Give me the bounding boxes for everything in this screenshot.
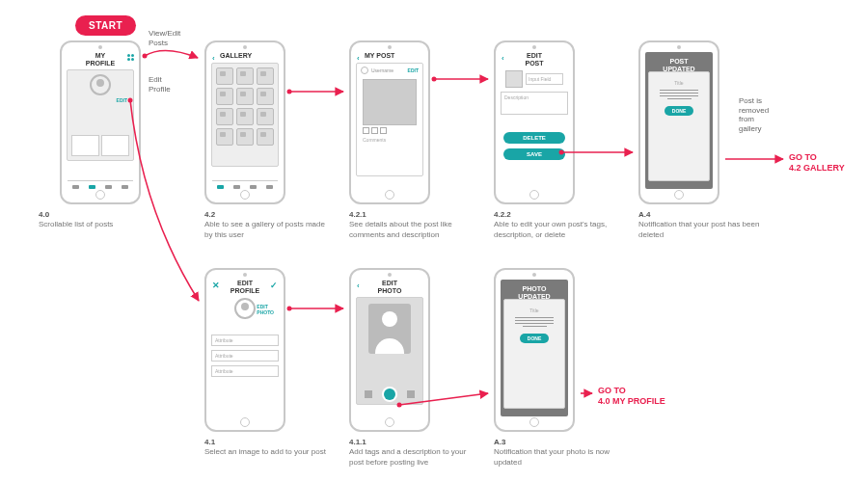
tab-bar[interactable]	[68, 180, 133, 190]
right-control-icon[interactable]	[407, 390, 415, 398]
screen-my-profile: MY PROFILE EDIT	[60, 40, 141, 204]
attribute-field-2[interactable]: Attribute	[211, 350, 279, 362]
screen-title: MY POST	[351, 52, 428, 60]
svg-point-2	[287, 90, 292, 94]
label-view-edit-posts: View/Edit Posts	[149, 29, 180, 47]
screen-title: EDIT PHOTO	[351, 280, 428, 294]
photo-placeholder	[368, 304, 411, 354]
close-icon[interactable]: ✕	[212, 281, 220, 290]
thumbnail	[505, 70, 523, 88]
done-button[interactable]: DONE	[520, 334, 549, 343]
confirmation-modal: Title DONE	[503, 299, 565, 409]
comments-label: Comments	[363, 137, 417, 143]
screen-photo-updated: PHOTO UPDATED Title DONE	[494, 268, 575, 432]
save-button[interactable]: SAVE	[503, 148, 565, 160]
caption-4-2-2: 4.2.2Able to edit your own post's tags, …	[494, 210, 619, 240]
back-icon[interactable]: ‹	[212, 54, 215, 63]
post-image	[363, 79, 417, 125]
goto-gallery: GO TO 4.2 GALLERY	[789, 152, 845, 174]
avatar	[90, 74, 111, 95]
svg-point-5	[287, 307, 292, 311]
left-control-icon[interactable]	[365, 390, 372, 398]
goto-profile: GO TO 4.0 MY PROFILE	[598, 386, 665, 407]
check-icon[interactable]: ✓	[270, 281, 278, 290]
back-icon[interactable]: ‹	[502, 54, 504, 63]
attribute-field-1[interactable]: Attribute	[211, 335, 279, 346]
edit-post-link[interactable]: EDIT	[408, 67, 419, 73]
screen-title: EDIT POST	[496, 52, 573, 67]
caption-4-2-1: 4.2.1See details about the post like com…	[349, 210, 475, 240]
screen-edit-profile: ✕ ✓ EDIT PROFILE EDIT PHOTO Attribute At…	[204, 268, 285, 432]
gallery-grid[interactable]	[212, 64, 278, 149]
avatar	[234, 298, 256, 319]
post-actions[interactable]	[363, 127, 417, 134]
username-label: Username	[371, 67, 393, 73]
screen-edit-photo: ‹ EDIT PHOTO	[349, 268, 430, 432]
capture-button[interactable]	[384, 388, 395, 400]
tab-bar[interactable]	[212, 180, 278, 190]
edit-profile-link[interactable]: EDIT	[117, 97, 127, 103]
start-badge: START	[75, 15, 136, 36]
screen-edit-post: ‹ EDIT POST Input Field Description DELE…	[494, 40, 575, 204]
modal-title: Title	[529, 308, 538, 313]
label-edit-profile: Edit Profile	[149, 75, 171, 94]
avatar-icon	[361, 67, 368, 74]
screen-title: GALLERY	[206, 52, 284, 60]
caption-a-3: A.3Notification that your photo is now u…	[494, 438, 619, 468]
caption-a-4: A.4Notification that your post has been …	[638, 210, 764, 240]
back-icon[interactable]: ‹	[357, 54, 360, 63]
caption-4-0: 4.0Scrollable list of posts	[39, 210, 154, 230]
screen-post-updated: POST UPDATED Title DONE	[638, 40, 719, 204]
caption-4-1: 4.1Select an image to add to your post	[204, 438, 330, 458]
caption-4-1-1: 4.1.1Add tags and a description to your …	[349, 438, 475, 468]
svg-point-0	[143, 54, 148, 59]
attribute-field-3[interactable]: Attribute	[211, 365, 279, 377]
posts-row	[71, 135, 129, 156]
edit-photo-link[interactable]: EDIT PHOTO	[257, 304, 274, 315]
modal-title: Title	[674, 80, 683, 86]
screen-my-post: ‹ MY POST Username EDIT Comments	[349, 40, 430, 204]
back-icon[interactable]: ‹	[357, 281, 360, 290]
description-field[interactable]: Description	[501, 92, 568, 115]
input-field[interactable]: Input Field	[526, 73, 563, 85]
caption-4-2: 4.2Able to see a gallery of posts made b…	[204, 210, 330, 240]
grid-icon[interactable]	[127, 54, 134, 61]
screen-gallery: ‹ GALLERY	[204, 40, 285, 204]
label-post-removed: Post is removed from gallery	[739, 96, 769, 133]
confirmation-modal: Title DONE	[648, 71, 710, 181]
done-button[interactable]: DONE	[665, 106, 693, 116]
svg-point-3	[432, 77, 437, 82]
delete-button[interactable]: DELETE	[503, 132, 565, 144]
